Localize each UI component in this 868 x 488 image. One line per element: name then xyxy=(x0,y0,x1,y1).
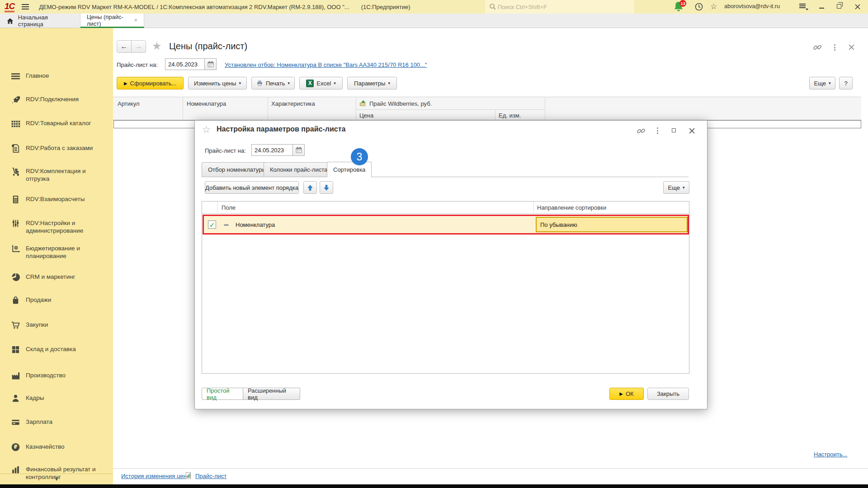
dialog-close-icon[interactable] xyxy=(689,127,695,134)
window-close-icon[interactable] xyxy=(854,4,861,10)
sidebar-item-production[interactable]: Производство xyxy=(0,371,113,379)
dialog-date-input[interactable] xyxy=(252,147,292,154)
calendar-icon xyxy=(207,61,214,68)
boxes-icon xyxy=(11,345,20,354)
sidebar-item-purchases[interactable]: Закупки xyxy=(0,321,113,328)
generate-button[interactable]: ▶ Сформировать... xyxy=(117,77,184,89)
sidebar-scroll-down[interactable]: ▼ xyxy=(0,474,113,484)
move-down-button[interactable] xyxy=(320,181,333,194)
move-up-button[interactable] xyxy=(303,181,317,194)
user-menu-icon[interactable] xyxy=(799,4,807,10)
form-close-icon[interactable] xyxy=(848,44,855,51)
sidebar-item-main[interactable]: Главное xyxy=(0,72,113,80)
back-button[interactable]: ← xyxy=(117,40,132,53)
tab-close-icon[interactable]: × xyxy=(134,17,137,23)
configure-link[interactable]: Настроить... xyxy=(814,451,847,458)
order-document-icon xyxy=(11,144,20,153)
tab-baseline xyxy=(202,177,689,177)
get-link-icon[interactable] xyxy=(813,43,822,52)
ok-button[interactable]: ▶ ОК xyxy=(609,388,644,400)
pricelist-date-label: Прайс-лист на: xyxy=(117,61,158,68)
sidebar-item-label: Производство xyxy=(26,371,109,379)
tab-prices[interactable]: Цены (прайс-лист) × xyxy=(80,14,144,28)
sidebar-item-treasury[interactable]: ₽ Казначейство xyxy=(0,443,113,450)
help-button[interactable]: ? xyxy=(839,77,853,89)
forward-arrow-icon: → xyxy=(135,42,142,51)
print-button[interactable]: Печать ▾ xyxy=(251,77,295,89)
sidebar-item-label: Закупки xyxy=(26,321,109,328)
more-button[interactable]: Еще ▾ xyxy=(809,77,835,89)
column-header-field[interactable]: Поле xyxy=(222,204,236,211)
sidebar-item-label: RDV:Товарный каталог xyxy=(26,119,109,127)
sidebar-item-rdv-picking[interactable]: RDV:Комплектация и отгрузка xyxy=(0,167,113,183)
pricelist-date-input[interactable] xyxy=(165,61,204,68)
column-header-characteristic[interactable]: Характеристика xyxy=(271,100,315,107)
sidebar-item-rdv-settlements[interactable]: RDV:Взаиморасчеты xyxy=(0,195,113,203)
column-header-unit[interactable]: Ед. изм. xyxy=(499,112,521,119)
sidebar-item-warehouse[interactable]: Склад и доставка xyxy=(0,345,113,353)
history-clock-icon[interactable] xyxy=(694,2,703,11)
sort-row-checkbox[interactable]: ✓ xyxy=(208,221,216,229)
window-minimize-icon[interactable] xyxy=(819,8,824,9)
column-header-price-group[interactable]: Прайс Wildberries, руб. xyxy=(369,100,432,107)
pricelist-calendar-button[interactable] xyxy=(205,58,217,70)
sidebar-item-rdv-catalog[interactable]: RDV:Товарный каталог xyxy=(0,119,113,127)
column-divider xyxy=(495,109,495,120)
dialog-more-button[interactable]: Еще ▾ xyxy=(663,181,689,194)
report-icon xyxy=(184,472,192,479)
search-input[interactable] xyxy=(497,3,631,11)
main-menu-icon[interactable] xyxy=(22,4,29,9)
close-label: Закрыть xyxy=(657,390,679,397)
bottom-strip xyxy=(0,484,868,488)
column-header-price[interactable]: Цена xyxy=(359,112,373,119)
parameters-button[interactable]: Параметры ▾ xyxy=(347,77,397,89)
window-restore-icon[interactable] xyxy=(837,4,841,9)
column-header-nomenclature[interactable]: Номенклатура xyxy=(187,100,226,107)
excel-button[interactable]: X Excel ▾ xyxy=(299,77,343,89)
tab-sorting[interactable]: Сортировка xyxy=(327,162,372,177)
close-button[interactable]: Закрыть xyxy=(647,388,689,400)
sort-field-value[interactable]: Номенклатура xyxy=(236,221,275,228)
column-header-article[interactable]: Артикул xyxy=(118,100,139,107)
sidebar-item-crm[interactable]: CRM и маркетинг xyxy=(0,273,113,281)
column-divider xyxy=(545,97,545,120)
user-email[interactable]: aborovtsova@rdv-it.ru xyxy=(724,3,780,9)
sidebar-item-hr[interactable]: Кадры xyxy=(0,394,113,402)
tab-pricelist-columns[interactable]: Колонки прайс-листа xyxy=(264,162,334,177)
forward-button[interactable]: → xyxy=(131,40,146,53)
favorite-star-icon[interactable]: ★ xyxy=(152,40,162,52)
sort-direction-cell[interactable]: По убыванию xyxy=(536,217,688,232)
tab-nomenclature-filter[interactable]: Отбор номенклатуры xyxy=(202,162,273,177)
tab-label: Цены (прайс-лист) xyxy=(87,14,129,27)
price-history-link[interactable]: История изменения цен xyxy=(121,473,187,479)
sort-row-annotated[interactable]: ✓ Номенклатура По убыванию xyxy=(203,215,689,235)
dialog-maximize-icon[interactable] xyxy=(672,128,676,132)
sidebar-item-budgeting[interactable]: Бюджетирование и планирование xyxy=(0,244,113,260)
sidebar-item-label: Казначейство xyxy=(26,443,109,450)
chevron-down-icon: ▼ xyxy=(54,477,59,482)
simple-view-button[interactable]: Простой вид xyxy=(202,388,243,400)
tab-label: Колонки прайс-листа xyxy=(270,166,327,173)
sidebar-item-rdv-connections[interactable]: RDV:Подключения xyxy=(0,95,113,103)
dialog-calendar-button[interactable] xyxy=(293,144,305,156)
more-actions-icon[interactable] xyxy=(834,44,835,51)
tab-home-page[interactable]: Начальная страница xyxy=(0,14,80,28)
sidebar-item-rdv-orders[interactable]: RDV:Работа с заказами xyxy=(0,144,113,152)
filter-link[interactable]: Установлен отбор: Номенклатура В списке … xyxy=(225,61,427,68)
advanced-view-button[interactable]: Расширенный вид xyxy=(243,388,300,400)
sidebar-item-label: Кадры xyxy=(26,394,109,402)
sidebar-item-sales[interactable]: Продажи xyxy=(0,296,113,304)
column-header-direction[interactable]: Направление сортировки xyxy=(537,204,606,211)
dialog-star-icon[interactable]: ☆ xyxy=(202,124,211,135)
sidebar-item-rdv-settings[interactable]: RDV:Настройки и администрирование xyxy=(0,219,113,235)
favorites-star-icon[interactable]: ☆ xyxy=(710,2,717,11)
dialog-more-icon[interactable] xyxy=(657,127,658,134)
person-icon xyxy=(11,394,20,403)
dialog-link-icon[interactable] xyxy=(637,127,646,136)
more-label: Еще xyxy=(814,80,826,87)
change-prices-button[interactable]: Изменить цены ▾ xyxy=(188,77,247,89)
add-order-element-button[interactable]: Добавить новый элемент порядка xyxy=(205,181,299,194)
sidebar-item-salary[interactable]: Зарплата xyxy=(0,418,113,426)
pricelist-report-link[interactable]: Прайс-лист xyxy=(195,473,226,479)
sidebar-item-label: CRM и маркетинг xyxy=(26,273,109,281)
